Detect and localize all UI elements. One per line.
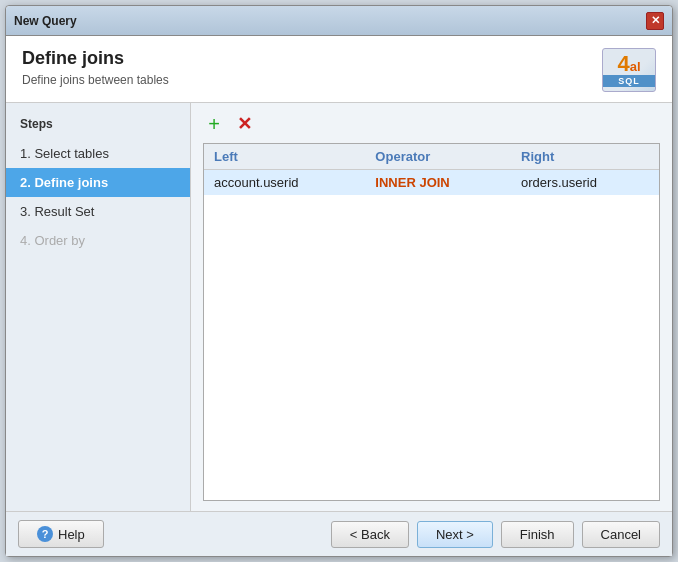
toolbar: + ✕ [203, 113, 660, 135]
logo-al: al [630, 60, 641, 73]
title-bar: New Query ✕ [6, 6, 672, 36]
cancel-button[interactable]: Cancel [582, 521, 660, 548]
column-header-left: Left [204, 144, 365, 170]
sidebar-title: Steps [6, 113, 190, 139]
footer: ? Help < Back Next > Finish Cancel [6, 511, 672, 556]
window-title: New Query [14, 14, 77, 28]
close-button[interactable]: ✕ [646, 12, 664, 30]
header-text: Define joins Define joins between tables [22, 48, 169, 87]
help-icon: ? [37, 526, 53, 542]
sidebar-item-select-tables[interactable]: 1. Select tables [6, 139, 190, 168]
column-header-right: Right [511, 144, 659, 170]
logo-4: 4 [617, 53, 629, 75]
finish-button[interactable]: Finish [501, 521, 574, 548]
sidebar-item-order-by: 4. Order by [6, 226, 190, 255]
footer-left: ? Help [18, 520, 104, 548]
remove-join-button[interactable]: ✕ [233, 113, 255, 135]
logo: 4 al SQL [602, 48, 656, 92]
help-button[interactable]: ? Help [18, 520, 104, 548]
main-window: New Query ✕ Define joins Define joins be… [5, 5, 673, 557]
cell-left: account.userid [204, 170, 365, 196]
header: Define joins Define joins between tables… [6, 36, 672, 103]
sidebar: Steps 1. Select tables 2. Define joins 3… [6, 103, 191, 511]
main-area: + ✕ Left Operator Right account.useridIN… [191, 103, 672, 511]
footer-right: < Back Next > Finish Cancel [331, 521, 660, 548]
table-header-row: Left Operator Right [204, 144, 659, 170]
table-row[interactable]: account.useridINNER JOINorders.userid [204, 170, 659, 196]
next-button[interactable]: Next > [417, 521, 493, 548]
column-header-operator: Operator [365, 144, 511, 170]
sidebar-item-define-joins[interactable]: 2. Define joins [6, 168, 190, 197]
joins-table-container: Left Operator Right account.useridINNER … [203, 143, 660, 501]
page-subtitle: Define joins between tables [22, 73, 169, 87]
content-area: Steps 1. Select tables 2. Define joins 3… [6, 103, 672, 511]
back-button[interactable]: < Back [331, 521, 409, 548]
add-join-button[interactable]: + [203, 113, 225, 135]
cell-operator: INNER JOIN [365, 170, 511, 196]
sidebar-item-result-set[interactable]: 3. Result Set [6, 197, 190, 226]
joins-table: Left Operator Right account.useridINNER … [204, 144, 659, 195]
logo-sql: SQL [603, 75, 655, 87]
page-title: Define joins [22, 48, 169, 70]
cell-right: orders.userid [511, 170, 659, 196]
